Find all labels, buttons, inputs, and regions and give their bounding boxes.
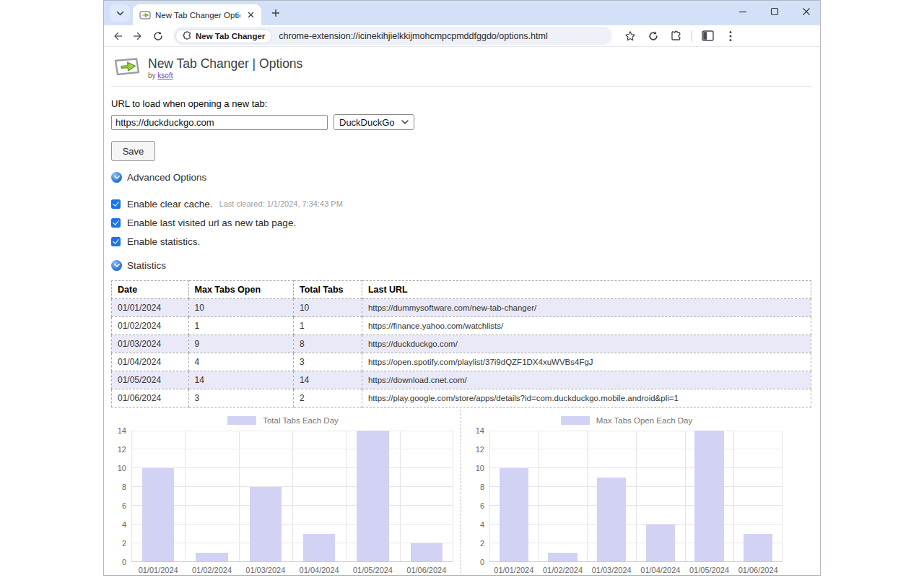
last-url-cell: https://open.spotify.com/playlist/37i9dQ…: [362, 353, 811, 371]
table-cell: 01/01/2024: [112, 299, 189, 317]
address-bar[interactable]: New Tab Changer chrome-extension://icine…: [173, 27, 612, 45]
checkbox-label[interactable]: Enable last visited url as new tab page.: [127, 217, 296, 228]
checkbox-list: Enable clear cache.Last cleared: 1/1/202…: [111, 198, 811, 247]
gridline: [292, 431, 293, 562]
save-button[interactable]: Save: [111, 141, 155, 161]
bar: [500, 468, 529, 561]
y-tick-label: 4: [480, 520, 484, 529]
max-tabs-chart: Max Tabs Open Each Day 02468101214 01/01…: [461, 410, 811, 575]
bar: [142, 468, 175, 561]
ksoft-link[interactable]: ksoft: [157, 72, 173, 79]
bar: [411, 543, 443, 561]
url-label: URL to load when opening a new tab:: [111, 98, 811, 109]
collapse-chevron-icon: [111, 172, 122, 183]
page-url: chrome-extension://icinekihjielkkijmohcm…: [279, 31, 547, 41]
preset-selected-value: DuckDuckGo: [339, 117, 395, 128]
extensions-icon[interactable]: [668, 28, 684, 44]
bar: [196, 553, 228, 561]
chart-legend: Max Tabs Open Each Day: [471, 415, 783, 426]
gridline: [185, 431, 186, 562]
statistics-label: Statistics: [127, 260, 166, 271]
y-tick-label: 8: [480, 483, 484, 491]
table-cell: 01/02/2024: [112, 317, 189, 335]
last-url-cell: https://dummysoftware.com/new-tab-change…: [362, 299, 811, 317]
table-cell: 4: [188, 353, 293, 371]
reload-icon[interactable]: [150, 28, 166, 44]
forward-icon[interactable]: [130, 28, 146, 44]
legend-swatch: [227, 416, 256, 425]
table-body: 01/01/20241010https://dummysoftware.com/…: [112, 299, 811, 407]
checkbox-label[interactable]: Enable clear cache.: [127, 199, 213, 210]
extension-favicon: [139, 11, 151, 20]
back-icon[interactable]: [110, 28, 126, 44]
y-tick-label: 14: [476, 426, 484, 435]
gridline: [685, 431, 686, 562]
table-cell: 01/03/2024: [112, 335, 189, 353]
y-tick-label: 12: [476, 445, 484, 454]
toolbar-separator: [692, 30, 692, 42]
checkbox[interactable]: [111, 218, 121, 228]
tab-close-icon[interactable]: [245, 9, 256, 21]
preset-select[interactable]: DuckDuckGo: [334, 114, 414, 130]
x-tick-label: 01/01/2024: [489, 566, 539, 575]
x-axis-line: [131, 561, 453, 562]
tab-title: New Tab Changer Options: [155, 11, 240, 20]
table-cell: 2: [293, 389, 362, 407]
checkbox-label[interactable]: Enable statistics.: [127, 236, 200, 247]
statistics-toggle[interactable]: Statistics: [111, 260, 811, 271]
checkbox[interactable]: [111, 237, 121, 246]
byline: by ksoft: [148, 72, 302, 79]
statistics-table: DateMax Tabs OpenTotal TabsLast URL 01/0…: [111, 280, 811, 407]
table-cell: 3: [293, 353, 362, 371]
bar: [744, 534, 773, 561]
last-url-cell: https://finance.yahoo.com/watchlists/: [362, 317, 811, 335]
page-title: New Tab Changer | Options: [148, 56, 302, 71]
gridline: [782, 431, 783, 562]
y-tick-label: 2: [122, 539, 126, 548]
bar: [357, 431, 389, 561]
y-tick-label: 14: [118, 426, 126, 435]
bar: [250, 487, 282, 561]
table-row: 01/03/202498https://duckduckgo.com/: [112, 335, 811, 353]
app-header: New Tab Changer | Options by ksoft: [111, 54, 811, 87]
x-tick-label: 01/04/2024: [636, 566, 685, 575]
select-chevron-icon: [401, 120, 409, 124]
browser-toolbar: New Tab Changer chrome-extension://icine…: [104, 25, 820, 47]
x-tick-label: 01/03/2024: [239, 566, 292, 575]
advanced-options-toggle[interactable]: Advanced Options: [111, 172, 811, 183]
new-tab-url-input[interactable]: [111, 115, 328, 130]
menu-kebab-icon[interactable]: [723, 28, 738, 44]
bookmark-star-icon[interactable]: [622, 28, 638, 44]
maximize-icon[interactable]: [770, 7, 780, 17]
new-tab-changer-logo-icon: [113, 56, 141, 78]
last-url-cell: https://play.google.com/store/apps/detai…: [362, 389, 811, 407]
gridline: [539, 431, 539, 562]
gridline: [346, 431, 346, 562]
x-tick-label: 01/03/2024: [587, 566, 636, 575]
y-tick-label: 10: [118, 464, 126, 473]
checkbox[interactable]: [111, 199, 121, 209]
side-panel-icon[interactable]: [699, 28, 715, 44]
tab-strip: New Tab Changer Options: [104, 1, 820, 25]
y-tick-label: 10: [476, 464, 484, 473]
refresh-extension-icon[interactable]: [645, 28, 661, 44]
gridline: [131, 431, 132, 562]
table-row: 01/06/202432https://play.google.com/stor…: [112, 389, 811, 407]
checkbox-row: Enable statistics.: [111, 236, 811, 247]
new-tab-button[interactable]: [267, 4, 284, 22]
table-cell: 1: [293, 317, 362, 335]
y-tick-label: 2: [480, 539, 484, 548]
gridline: [453, 431, 453, 562]
table-cell: 1: [188, 317, 293, 335]
y-tick-label: 12: [118, 445, 126, 454]
browser-tab[interactable]: New Tab Changer Options: [133, 4, 261, 25]
extension-chip[interactable]: New Tab Changer: [175, 29, 272, 43]
x-axis-labels: 01/01/202401/02/202401/03/202401/04/2024…: [489, 566, 783, 575]
table-row: 01/05/20241414https://download.cnet.com/: [112, 371, 811, 389]
close-icon[interactable]: [801, 7, 811, 17]
table-cell: 9: [188, 335, 293, 353]
minimize-icon[interactable]: [738, 7, 748, 17]
x-tick-label: 01/02/2024: [185, 566, 238, 575]
tab-search-button[interactable]: [110, 4, 130, 22]
x-tick-label: 01/01/2024: [131, 566, 185, 575]
